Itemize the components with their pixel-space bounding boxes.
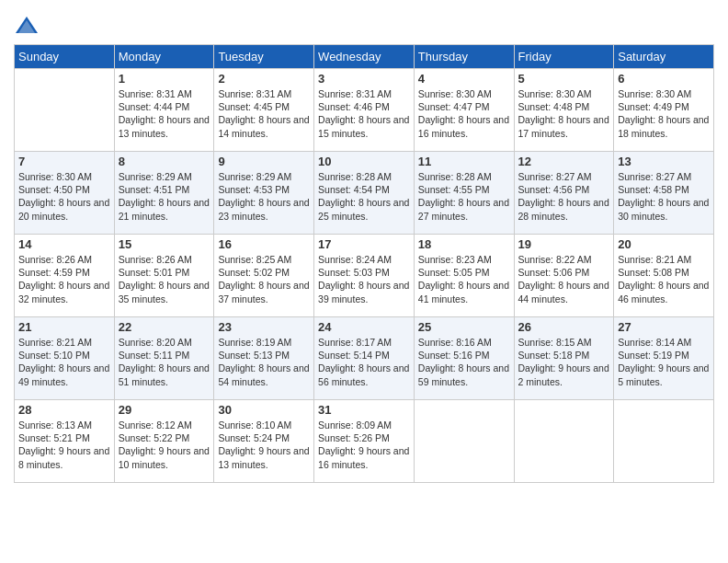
day-info: Sunrise: 8:28 AMSunset: 4:55 PMDaylight:… bbox=[418, 170, 510, 223]
calendar-cell: 27Sunrise: 8:14 AMSunset: 5:19 PMDayligh… bbox=[614, 317, 714, 400]
day-number: 10 bbox=[318, 155, 410, 168]
calendar-cell: 14Sunrise: 8:26 AMSunset: 4:59 PMDayligh… bbox=[15, 235, 115, 317]
day-number: 26 bbox=[518, 320, 610, 334]
calendar-cell: 20Sunrise: 8:21 AMSunset: 5:08 PMDayligh… bbox=[614, 235, 714, 317]
day-number: 9 bbox=[218, 155, 310, 168]
calendar-week-row: 1Sunrise: 8:31 AMSunset: 4:44 PMDaylight… bbox=[15, 69, 714, 152]
column-header-tuesday: Tuesday bbox=[214, 45, 314, 69]
day-info: Sunrise: 8:16 AMSunset: 5:16 PMDaylight:… bbox=[418, 336, 510, 388]
day-number: 15 bbox=[119, 237, 210, 251]
day-number: 8 bbox=[119, 155, 210, 168]
day-number: 7 bbox=[18, 155, 110, 168]
calendar-cell: 12Sunrise: 8:27 AMSunset: 4:56 PMDayligh… bbox=[514, 152, 614, 235]
day-number: 4 bbox=[418, 72, 510, 86]
day-number: 21 bbox=[18, 320, 110, 334]
day-info: Sunrise: 8:10 AMSunset: 5:24 PMDaylight:… bbox=[218, 419, 310, 471]
calendar-cell: 28Sunrise: 8:13 AMSunset: 5:21 PMDayligh… bbox=[15, 400, 115, 483]
day-info: Sunrise: 8:14 AMSunset: 5:19 PMDaylight:… bbox=[618, 336, 710, 388]
day-number: 11 bbox=[418, 155, 510, 168]
day-info: Sunrise: 8:29 AMSunset: 4:51 PMDaylight:… bbox=[119, 170, 210, 223]
day-number: 29 bbox=[119, 403, 210, 417]
day-info: Sunrise: 8:27 AMSunset: 4:56 PMDaylight:… bbox=[518, 170, 610, 223]
calendar-cell: 19Sunrise: 8:22 AMSunset: 5:06 PMDayligh… bbox=[514, 235, 614, 317]
day-info: Sunrise: 8:30 AMSunset: 4:49 PMDaylight:… bbox=[618, 87, 710, 140]
day-info: Sunrise: 8:21 AMSunset: 5:08 PMDaylight:… bbox=[618, 253, 710, 305]
day-number: 20 bbox=[618, 237, 710, 251]
day-info: Sunrise: 8:15 AMSunset: 5:18 PMDaylight:… bbox=[518, 336, 610, 388]
day-info: Sunrise: 8:30 AMSunset: 4:48 PMDaylight:… bbox=[518, 87, 610, 140]
calendar-cell: 16Sunrise: 8:25 AMSunset: 5:02 PMDayligh… bbox=[214, 235, 314, 317]
logo-icon bbox=[14, 13, 40, 39]
column-header-wednesday: Wednesday bbox=[314, 45, 415, 69]
calendar-cell: 23Sunrise: 8:19 AMSunset: 5:13 PMDayligh… bbox=[214, 317, 314, 400]
column-header-saturday: Saturday bbox=[614, 45, 714, 69]
calendar-week-row: 14Sunrise: 8:26 AMSunset: 4:59 PMDayligh… bbox=[15, 235, 714, 317]
day-info: Sunrise: 8:22 AMSunset: 5:06 PMDaylight:… bbox=[518, 253, 610, 305]
calendar-cell: 24Sunrise: 8:17 AMSunset: 5:14 PMDayligh… bbox=[314, 317, 415, 400]
day-info: Sunrise: 8:26 AMSunset: 5:01 PMDaylight:… bbox=[119, 253, 210, 305]
day-info: Sunrise: 8:31 AMSunset: 4:46 PMDaylight:… bbox=[318, 87, 410, 140]
day-number: 16 bbox=[218, 237, 310, 251]
calendar-cell: 25Sunrise: 8:16 AMSunset: 5:16 PMDayligh… bbox=[414, 317, 514, 400]
day-number: 27 bbox=[618, 320, 710, 334]
day-info: Sunrise: 8:24 AMSunset: 5:03 PMDaylight:… bbox=[318, 253, 410, 305]
day-number: 13 bbox=[618, 155, 710, 168]
day-number: 17 bbox=[318, 237, 410, 251]
calendar-cell: 29Sunrise: 8:12 AMSunset: 5:22 PMDayligh… bbox=[114, 400, 214, 483]
calendar-cell: 26Sunrise: 8:15 AMSunset: 5:18 PMDayligh… bbox=[514, 317, 614, 400]
day-number: 2 bbox=[218, 72, 310, 86]
calendar-cell: 4Sunrise: 8:30 AMSunset: 4:47 PMDaylight… bbox=[414, 69, 514, 152]
calendar-cell: 7Sunrise: 8:30 AMSunset: 4:50 PMDaylight… bbox=[15, 152, 115, 235]
calendar-week-row: 7Sunrise: 8:30 AMSunset: 4:50 PMDaylight… bbox=[15, 152, 714, 235]
calendar-cell: 17Sunrise: 8:24 AMSunset: 5:03 PMDayligh… bbox=[314, 235, 415, 317]
day-number: 24 bbox=[318, 320, 410, 334]
calendar-cell bbox=[15, 69, 115, 152]
day-number: 25 bbox=[418, 320, 510, 334]
calendar-cell bbox=[414, 400, 514, 483]
day-number: 18 bbox=[418, 237, 510, 251]
calendar-header-row: SundayMondayTuesdayWednesdayThursdayFrid… bbox=[15, 45, 714, 69]
calendar-cell: 1Sunrise: 8:31 AMSunset: 4:44 PMDaylight… bbox=[114, 69, 214, 152]
day-number: 23 bbox=[218, 320, 310, 334]
day-number: 31 bbox=[318, 403, 410, 417]
day-info: Sunrise: 8:26 AMSunset: 4:59 PMDaylight:… bbox=[18, 253, 110, 305]
column-header-monday: Monday bbox=[114, 45, 214, 69]
calendar-cell bbox=[514, 400, 614, 483]
day-info: Sunrise: 8:29 AMSunset: 4:53 PMDaylight:… bbox=[218, 170, 310, 223]
day-info: Sunrise: 8:28 AMSunset: 4:54 PMDaylight:… bbox=[318, 170, 410, 223]
day-number: 1 bbox=[119, 72, 210, 86]
day-number: 14 bbox=[18, 237, 110, 251]
calendar-cell: 8Sunrise: 8:29 AMSunset: 4:51 PMDaylight… bbox=[114, 152, 214, 235]
calendar-cell: 18Sunrise: 8:23 AMSunset: 5:05 PMDayligh… bbox=[414, 235, 514, 317]
calendar-week-row: 21Sunrise: 8:21 AMSunset: 5:10 PMDayligh… bbox=[15, 317, 714, 400]
calendar: SundayMondayTuesdayWednesdayThursdayFrid… bbox=[14, 44, 714, 483]
day-info: Sunrise: 8:21 AMSunset: 5:10 PMDaylight:… bbox=[18, 336, 110, 388]
calendar-cell: 3Sunrise: 8:31 AMSunset: 4:46 PMDaylight… bbox=[314, 69, 415, 152]
calendar-cell: 10Sunrise: 8:28 AMSunset: 4:54 PMDayligh… bbox=[314, 152, 415, 235]
day-number: 28 bbox=[18, 403, 110, 417]
day-info: Sunrise: 8:31 AMSunset: 4:44 PMDaylight:… bbox=[119, 87, 210, 140]
day-number: 22 bbox=[119, 320, 210, 334]
logo bbox=[14, 13, 41, 39]
calendar-cell bbox=[614, 400, 714, 483]
column-header-friday: Friday bbox=[514, 45, 614, 69]
day-info: Sunrise: 8:23 AMSunset: 5:05 PMDaylight:… bbox=[418, 253, 510, 305]
header bbox=[14, 9, 714, 39]
day-info: Sunrise: 8:25 AMSunset: 5:02 PMDaylight:… bbox=[218, 253, 310, 305]
calendar-cell: 9Sunrise: 8:29 AMSunset: 4:53 PMDaylight… bbox=[214, 152, 314, 235]
day-info: Sunrise: 8:31 AMSunset: 4:45 PMDaylight:… bbox=[218, 87, 310, 140]
day-number: 12 bbox=[518, 155, 610, 168]
day-number: 3 bbox=[318, 72, 410, 86]
day-info: Sunrise: 8:20 AMSunset: 5:11 PMDaylight:… bbox=[119, 336, 210, 388]
day-info: Sunrise: 8:12 AMSunset: 5:22 PMDaylight:… bbox=[119, 419, 210, 471]
column-header-thursday: Thursday bbox=[414, 45, 514, 69]
day-info: Sunrise: 8:13 AMSunset: 5:21 PMDaylight:… bbox=[18, 419, 110, 471]
calendar-week-row: 28Sunrise: 8:13 AMSunset: 5:21 PMDayligh… bbox=[15, 400, 714, 483]
calendar-cell: 11Sunrise: 8:28 AMSunset: 4:55 PMDayligh… bbox=[414, 152, 514, 235]
day-number: 6 bbox=[618, 72, 710, 86]
column-header-sunday: Sunday bbox=[15, 45, 115, 69]
day-info: Sunrise: 8:30 AMSunset: 4:47 PMDaylight:… bbox=[418, 87, 510, 140]
calendar-cell: 6Sunrise: 8:30 AMSunset: 4:49 PMDaylight… bbox=[614, 69, 714, 152]
day-info: Sunrise: 8:27 AMSunset: 4:58 PMDaylight:… bbox=[618, 170, 710, 223]
day-info: Sunrise: 8:19 AMSunset: 5:13 PMDaylight:… bbox=[218, 336, 310, 388]
